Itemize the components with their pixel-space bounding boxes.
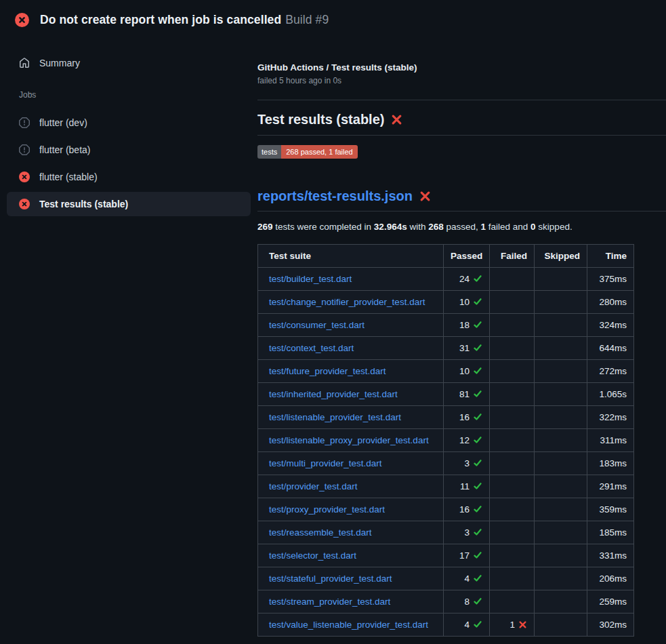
test-suite-link[interactable]: test/future_provider_test.dart [269, 366, 386, 376]
table-row: test/listenable_provider_test.dart16322m… [258, 406, 634, 429]
check-icon [473, 297, 482, 306]
passed-cell: 4 [444, 613, 490, 637]
failed-cell [490, 475, 535, 498]
report-title: reports/test-results.json [257, 188, 666, 204]
time-cell: 206ms [587, 567, 634, 590]
test-suite-link[interactable]: test/change_notifier_provider_test.dart [269, 297, 425, 307]
divider [257, 135, 666, 136]
results-summary-line: 269 tests were completed in 32.964s with… [257, 222, 666, 232]
skipped-cell [535, 544, 587, 567]
check-icon [473, 389, 482, 399]
time-cell: 644ms [587, 337, 634, 360]
run-status-line: failed 5 hours ago in 0s [257, 76, 666, 85]
failed-cell [490, 337, 535, 360]
test-suite-link[interactable]: test/inherited_provider_test.dart [269, 389, 398, 399]
sidebar-item-flutter-stable[interactable]: flutter (stable) [7, 165, 251, 189]
suite-cell: test/listenable_provider_test.dart [258, 406, 444, 429]
skipped-cell [535, 498, 587, 521]
time-cell: 185ms [587, 521, 634, 544]
time-cell: 183ms [587, 452, 634, 475]
sidebar-item-flutter-beta[interactable]: flutter (beta) [7, 138, 251, 162]
test-suite-link[interactable]: test/multi_provider_test.dart [269, 458, 382, 468]
time-cell: 259ms [587, 590, 634, 613]
failed-cell [490, 406, 535, 429]
report-file-link[interactable]: reports/test-results.json [257, 188, 413, 204]
badge-value: 268 passed, 1 failed [281, 145, 357, 159]
check-icon [473, 366, 482, 376]
sidebar-item-test-results-stable[interactable]: Test results (stable) [7, 192, 251, 216]
suite-cell: test/inherited_provider_test.dart [258, 383, 444, 406]
check-icon [473, 597, 482, 606]
table-row: test/context_test.dart31644ms [258, 337, 634, 360]
test-suite-link[interactable]: test/value_listenable_provider_test.dart [269, 620, 428, 630]
check-icon [473, 343, 482, 353]
failed-cell [490, 452, 535, 475]
check-icon [473, 550, 482, 560]
test-suite-link[interactable]: test/selector_test.dart [269, 550, 356, 561]
breadcrumb: GitHub Actions / Test results (stable) [257, 62, 666, 73]
skipped-cell [535, 429, 587, 452]
col-header-time: Time [587, 245, 634, 268]
passed-cell: 10 [444, 291, 490, 314]
job-label: Test results (stable) [39, 199, 128, 209]
passed-cell: 16 [444, 406, 490, 429]
skipped-cell [535, 613, 587, 637]
time-cell: 1.065s [587, 383, 634, 406]
check-icon [473, 412, 482, 422]
skipped-cell [535, 360, 587, 383]
check-icon [473, 481, 482, 491]
passed-cell: 16 [444, 498, 490, 521]
suite-cell: test/consumer_test.dart [258, 314, 444, 337]
time-cell: 359ms [587, 498, 634, 521]
divider [257, 100, 666, 100]
test-suite-link[interactable]: test/consumer_test.dart [269, 320, 365, 330]
check-icon [473, 320, 482, 329]
check-icon [473, 435, 482, 445]
test-suite-link[interactable]: test/builder_test.dart [269, 274, 352, 284]
cross-mark-icon [419, 190, 431, 202]
test-suite-link[interactable]: test/context_test.dart [269, 343, 354, 353]
suite-cell: test/reassemble_test.dart [258, 521, 444, 544]
skipped-cell [535, 268, 587, 291]
passed-cell: 10 [444, 360, 490, 383]
failed-cell [490, 521, 535, 544]
time-cell: 280ms [587, 291, 634, 314]
failed-cell [490, 268, 535, 291]
passed-cell: 3 [444, 521, 490, 544]
table-row: test/selector_test.dart17331ms [258, 544, 634, 567]
col-header-test-suite: Test suite [258, 245, 444, 268]
table-row: test/multi_provider_test.dart3183ms [258, 452, 634, 475]
col-header-skipped: Skipped [535, 245, 587, 268]
table-row: test/stream_provider_test.dart8259ms [258, 590, 634, 613]
test-suite-link[interactable]: test/listenable_proxy_provider_test.dart [269, 435, 429, 445]
test-results-table: Test suite Passed Failed Skipped Time te… [257, 244, 634, 637]
test-suite-link[interactable]: test/stateful_provider_test.dart [269, 573, 392, 584]
test-suite-link[interactable]: test/stream_provider_test.dart [269, 597, 390, 607]
jobs-list: flutter (dev)flutter (beta)flutter (stab… [7, 110, 251, 216]
failed-cell [490, 567, 535, 590]
time-cell: 272ms [587, 360, 634, 383]
table-header-row: Test suite Passed Failed Skipped Time [258, 245, 634, 268]
test-suite-link[interactable]: test/listenable_provider_test.dart [269, 412, 401, 422]
table-row: test/consumer_test.dart18324ms [258, 314, 634, 337]
skipped-cell [535, 291, 587, 314]
time-cell: 302ms [587, 613, 634, 637]
test-suite-link[interactable]: test/provider_test.dart [269, 481, 358, 491]
time-cell: 324ms [587, 314, 634, 337]
jobs-section-label: Jobs [19, 90, 251, 100]
results-table-body: test/builder_test.dart24375mstest/change… [258, 268, 634, 637]
page-header: Do not create report when job is cancell… [0, 0, 666, 38]
failed-icon [19, 199, 30, 209]
failed-cell: 1 [490, 613, 535, 637]
sidebar-item-summary[interactable]: Summary [7, 51, 251, 75]
check-icon [473, 458, 482, 468]
suite-cell: test/value_listenable_provider_test.dart [258, 613, 444, 637]
failed-cell [490, 544, 535, 567]
passed-cell: 31 [444, 337, 490, 360]
col-header-passed: Passed [444, 245, 490, 268]
sidebar-item-flutter-dev[interactable]: flutter (dev) [7, 110, 251, 135]
test-suite-link[interactable]: test/reassemble_test.dart [269, 527, 372, 538]
test-suite-link[interactable]: test/proxy_provider_test.dart [269, 504, 385, 515]
table-row: test/future_provider_test.dart10272ms [258, 360, 634, 383]
suite-cell: test/future_provider_test.dart [258, 360, 444, 383]
